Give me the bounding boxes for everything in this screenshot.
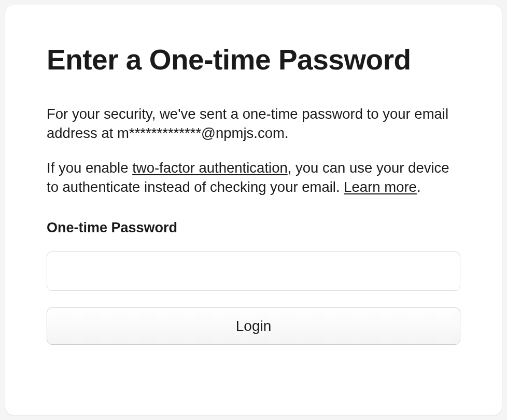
login-button[interactable]: Login xyxy=(47,307,460,345)
tfa-text-1: If you enable xyxy=(47,160,132,176)
learn-more-link[interactable]: Learn more xyxy=(344,179,417,195)
two-factor-auth-link[interactable]: two-factor authentication xyxy=(132,160,288,176)
tfa-text-3: . xyxy=(417,179,421,195)
otp-desc-suffix: . xyxy=(285,125,289,141)
masked-email: m*************@npmjs.com xyxy=(117,125,285,141)
otp-input[interactable] xyxy=(47,251,460,291)
otp-description: For your security, we've sent a one-time… xyxy=(47,104,460,143)
otp-card: Enter a One-time Password For your secur… xyxy=(5,5,502,415)
page-title: Enter a One-time Password xyxy=(47,44,460,76)
otp-label: One-time Password xyxy=(47,220,460,236)
tfa-suggestion: If you enable two-factor authentication,… xyxy=(47,158,460,197)
